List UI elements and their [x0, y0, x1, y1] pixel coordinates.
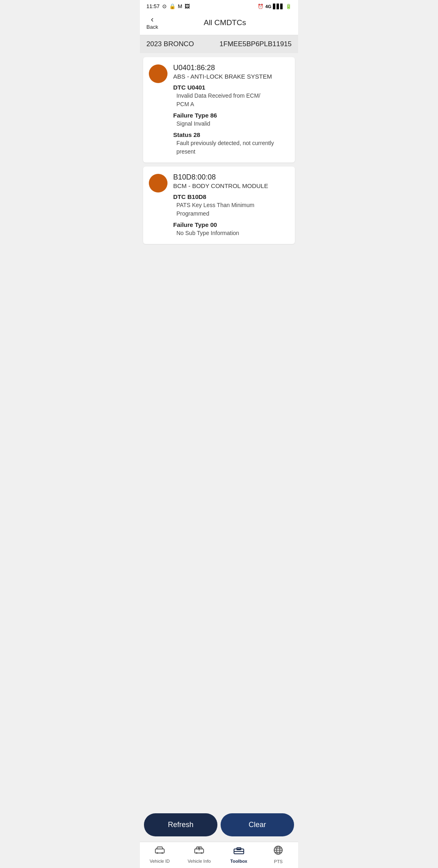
dtc-indicator-1: [149, 64, 167, 83]
vehicle-name: 2023 BRONCO: [146, 40, 194, 48]
status-signal-icon: ▋▋▋: [273, 4, 284, 9]
dtc-indicator-2: [149, 174, 167, 192]
page-title: All CMDTCs: [204, 18, 246, 27]
failure-type-label-2: Failure Type 00: [173, 221, 288, 228]
status-bar: 11:57 ⊙ 🔒 M 🖼 ⏰ 4G ▋▋▋ 🔋: [140, 0, 298, 12]
status-label-1: Status 28: [173, 131, 288, 138]
dtc-content-2: B10D8:00:08 BCM - BODY CONTROL MODULE DT…: [173, 173, 288, 237]
failure-type-label-1: Failure Type 86: [173, 112, 288, 119]
status-circle-icon: ⊙: [162, 3, 167, 9]
dtc-card-2: B10D8:00:08 BCM - BODY CONTROL MODULE DT…: [143, 167, 295, 244]
dtc-system-2: BCM - BODY CONTROL MODULE: [173, 182, 288, 189]
dtc-card-1: U0401:86:28 ABS - ANTI-LOCK BRAKE SYSTEM…: [143, 57, 295, 162]
dtc-desc-1: Invalid Data Received from ECM/ PCM A: [173, 92, 288, 109]
status-lock-icon: 🔒: [169, 3, 176, 9]
vehicle-bar: 2023 BRONCO 1FMEE5BP6PLB11915: [140, 35, 298, 53]
dtc-label-2: DTC B10D8: [173, 193, 288, 200]
dtc-content-1: U0401:86:28 ABS - ANTI-LOCK BRAKE SYSTEM…: [173, 64, 288, 156]
back-label: Back: [146, 24, 158, 30]
back-chevron-icon: ‹: [151, 15, 154, 23]
dtc-code-2: B10D8:00:08: [173, 173, 288, 182]
status-image-icon: 🖼: [185, 3, 190, 9]
dtc-code-1: U0401:86:28: [173, 64, 288, 72]
status-value-1: Fault previously detected, not currently…: [173, 139, 288, 156]
status-alarm-icon: ⏰: [258, 4, 264, 9]
dtc-system-1: ABS - ANTI-LOCK BRAKE SYSTEM: [173, 73, 288, 80]
dtc-desc-2: PATS Key Less Than Minimum Programmed: [173, 201, 288, 218]
status-left: 11:57 ⊙ 🔒 M 🖼: [146, 3, 190, 9]
status-right: ⏰ 4G ▋▋▋ 🔋: [258, 4, 292, 9]
vehicle-vin: 1FMEE5BP6PLB11915: [219, 40, 292, 48]
failure-type-value-1: Signal Invalid: [173, 120, 288, 128]
status-network-icon: 4G: [265, 4, 271, 9]
back-button[interactable]: ‹ Back: [146, 15, 158, 30]
dtc-list: U0401:86:28 ABS - ANTI-LOCK BRAKE SYSTEM…: [140, 53, 298, 284]
status-battery-icon: 🔋: [286, 4, 292, 9]
failure-type-value-2: No Sub Type Information: [173, 229, 288, 237]
status-time: 11:57: [146, 3, 160, 9]
status-mail-icon: M: [178, 3, 182, 9]
dtc-label-1: DTC U0401: [173, 84, 288, 91]
header: ‹ Back All CMDTCs: [140, 12, 298, 35]
